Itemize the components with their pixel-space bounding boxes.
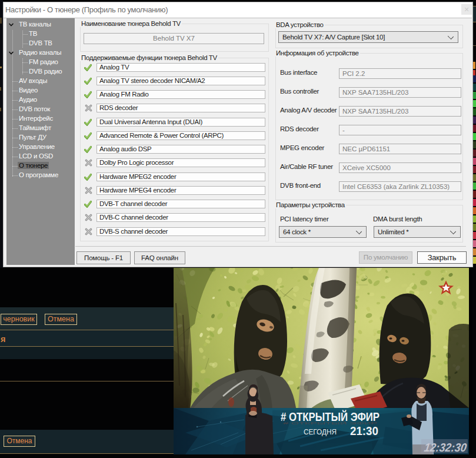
svg-text:12:32:30: 12:32:30 — [423, 441, 467, 454]
svg-text:21:30: 21:30 — [350, 424, 378, 437]
svg-text:СЕГОДНЯ: СЕГОДНЯ — [304, 428, 337, 436]
